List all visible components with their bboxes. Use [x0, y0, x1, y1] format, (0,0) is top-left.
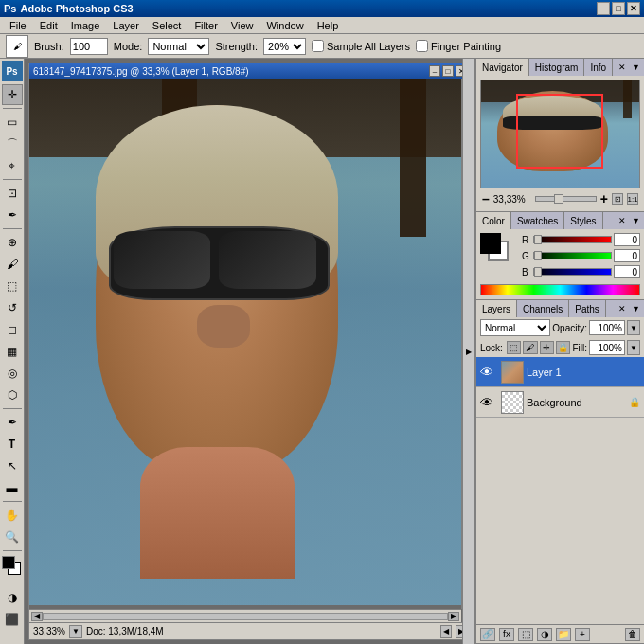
menu-window[interactable]: Window [261, 19, 310, 32]
menu-help[interactable]: Help [312, 19, 345, 32]
fill-dropdown-btn[interactable]: ▼ [627, 340, 640, 355]
tool-magic-wand[interactable]: ⌖ [2, 155, 23, 176]
doc-maximize[interactable]: □ [442, 65, 454, 77]
blue-value[interactable] [614, 265, 640, 278]
menu-view[interactable]: View [225, 19, 259, 32]
finger-painting-checkbox[interactable] [416, 40, 428, 52]
brush-preview[interactable]: 🖌 [6, 35, 28, 58]
fg-color-swatch[interactable] [2, 556, 15, 569]
tool-shape[interactable]: ▬ [2, 477, 23, 498]
new-fill-btn[interactable]: ◑ [537, 628, 552, 641]
layers-panel-close[interactable]: ✕ [617, 304, 628, 313]
zoom-slider-track[interactable] [535, 196, 597, 202]
link-layers-btn[interactable]: 🔗 [480, 628, 495, 641]
tool-pen[interactable]: ✒ [2, 412, 23, 433]
finger-painting-label[interactable]: Finger Painting [416, 40, 501, 52]
sample-all-layers-checkbox[interactable] [312, 40, 324, 52]
tool-path-select[interactable]: ↖ [2, 456, 23, 476]
tool-dodge[interactable]: ⬡ [2, 385, 23, 405]
layer-item-bg[interactable]: 👁 Background 🔒 [476, 387, 644, 418]
tool-clone[interactable]: ⬚ [2, 276, 23, 296]
red-slider[interactable] [533, 236, 612, 243]
zoom-plus-btn[interactable]: + [600, 192, 608, 206]
fill-input[interactable] [589, 340, 625, 355]
sample-all-layers-label[interactable]: Sample All Layers [312, 40, 410, 52]
delete-layer-btn[interactable]: 🗑 [625, 628, 640, 641]
lock-image-btn[interactable]: 🖌 [523, 341, 537, 354]
green-slider-thumb[interactable] [534, 251, 542, 260]
panel-options-icon[interactable]: ▼ [630, 63, 642, 72]
menu-layer[interactable]: Layer [107, 19, 145, 32]
panel-close-icon[interactable]: ✕ [617, 63, 628, 72]
tool-lasso[interactable]: ⌒ [2, 134, 23, 154]
menu-file[interactable]: File [4, 19, 32, 32]
h-scroll-track[interactable] [43, 613, 448, 620]
tab-color[interactable]: Color [476, 212, 511, 229]
h-scrollbar[interactable]: ◀ ▶ [29, 609, 461, 622]
zoom-fit-btn[interactable]: ⊡ [612, 193, 623, 205]
blend-mode-select[interactable]: Normal [480, 319, 550, 336]
add-mask-btn[interactable]: ⬚ [518, 628, 533, 641]
menu-filter[interactable]: Filter [188, 19, 223, 32]
color-spectrum[interactable] [480, 284, 640, 295]
tool-marquee[interactable]: ▭ [2, 112, 23, 133]
zoom-actual-btn[interactable]: 1:1 [627, 193, 638, 205]
lock-transparency-btn[interactable]: ⬚ [507, 341, 521, 354]
tab-histogram[interactable]: Histogram [529, 59, 585, 76]
green-value[interactable] [614, 249, 640, 262]
close-button[interactable]: ✕ [627, 2, 640, 15]
tool-hand[interactable]: ✋ [2, 505, 23, 526]
lock-position-btn[interactable]: ✛ [540, 341, 554, 354]
tab-layers[interactable]: Layers [476, 300, 517, 317]
blue-slider[interactable] [533, 268, 612, 276]
zoom-minus-btn[interactable]: – [482, 192, 490, 206]
tab-channels[interactable]: Channels [517, 300, 569, 317]
menu-image[interactable]: Image [65, 19, 106, 32]
tool-quick-mask[interactable]: ◑ [2, 587, 23, 608]
green-slider[interactable] [533, 252, 612, 259]
tool-history[interactable]: ↺ [2, 297, 23, 318]
tab-info[interactable]: Info [584, 59, 613, 76]
tool-eyedropper[interactable]: ✒ [2, 205, 23, 225]
tool-eraser[interactable]: ◻ [2, 319, 23, 340]
prev-btn[interactable]: ◀ [440, 625, 452, 638]
tool-spot-heal[interactable]: ⊕ [2, 232, 23, 253]
strength-select[interactable]: 20% [263, 38, 306, 55]
scroll-left-btn[interactable]: ◀ [31, 612, 43, 621]
doc-window-controls[interactable]: – □ ✕ [429, 65, 467, 77]
panel-collapse-handle[interactable]: ▶ [462, 59, 475, 644]
tab-swatches[interactable]: Swatches [511, 212, 564, 229]
doc-minimize[interactable]: – [429, 65, 440, 77]
layer-bg-visibility[interactable]: 👁 [480, 396, 493, 409]
layers-panel-options[interactable]: ▼ [630, 304, 642, 313]
lock-all-btn[interactable]: 🔒 [556, 341, 570, 354]
menu-edit[interactable]: Edit [34, 19, 63, 32]
tab-paths[interactable]: Paths [569, 300, 606, 317]
menu-select[interactable]: Select [147, 19, 188, 32]
status-menu-btn[interactable]: ▼ [69, 625, 82, 638]
minimize-button[interactable]: – [597, 2, 610, 15]
tool-zoom[interactable]: 🔍 [2, 527, 23, 547]
tool-brush[interactable]: 🖌 [2, 254, 23, 275]
tool-blur[interactable]: ◎ [2, 363, 23, 384]
tab-styles[interactable]: Styles [564, 212, 602, 229]
tool-crop[interactable]: ⊡ [2, 183, 23, 204]
window-controls[interactable]: – □ ✕ [597, 2, 640, 15]
add-style-btn[interactable]: fx [499, 628, 514, 641]
tool-move[interactable]: ✛ [2, 84, 23, 105]
red-value[interactable] [614, 233, 640, 246]
layer-item-1[interactable]: 👁 Layer 1 [476, 357, 644, 387]
fg-color-box[interactable] [480, 233, 501, 254]
tool-screen-mode[interactable]: ⬛ [2, 609, 23, 630]
opacity-dropdown-btn[interactable]: ▼ [627, 320, 640, 335]
tab-navigator[interactable]: Navigator [476, 59, 529, 76]
opacity-input[interactable] [589, 320, 625, 335]
zoom-slider-thumb[interactable] [554, 194, 564, 204]
scroll-right-btn[interactable]: ▶ [448, 612, 459, 621]
new-layer-btn[interactable]: + [575, 628, 590, 641]
maximize-button[interactable]: □ [612, 2, 625, 15]
color-panel-close[interactable]: ✕ [617, 216, 628, 225]
new-group-btn[interactable]: 📁 [556, 628, 571, 641]
mode-select[interactable]: Normal [148, 38, 209, 55]
tool-gradient[interactable]: ▦ [2, 341, 23, 362]
